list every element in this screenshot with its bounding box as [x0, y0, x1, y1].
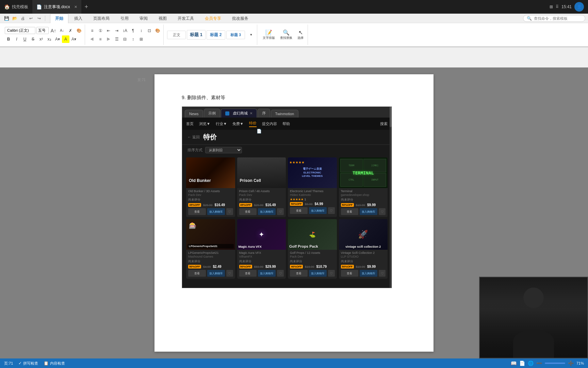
select-btn[interactable]: ↖ 选择 [295, 29, 306, 41]
italic-btn[interactable]: I [13, 35, 20, 43]
view-btn-magic-aura[interactable]: 查看 [239, 270, 257, 277]
quick-print-btn[interactable]: 🖨 [19, 15, 27, 22]
col-layout-btn[interactable]: ⊟ [121, 35, 129, 43]
ue-sort-select[interactable]: 从新到旧 从旧到新 价格从低到高 价格从高到低 [205, 147, 242, 153]
user-avatar[interactable]: 👤 [574, 2, 584, 12]
view-btn-lp-generic[interactable]: 查看 [188, 270, 206, 277]
font-size-selector[interactable]: 五号 [36, 27, 49, 34]
wishlist-btn-lp-generic[interactable]: ♡ [226, 270, 233, 277]
browser-tab-twinmotion[interactable]: Twinmotion [271, 110, 299, 118]
font-grow-btn[interactable]: A↑ [50, 27, 57, 34]
browser-tab-close-icon[interactable]: ✕ [250, 111, 252, 115]
ribbon-tab-references[interactable]: 引用 [115, 14, 134, 23]
status-content-check[interactable]: 📋 内容检查 [44, 361, 65, 366]
wishlist-btn-golf-props[interactable]: ♡ [328, 270, 335, 277]
cart-btn-lp-generic[interactable]: 放入购物车 [207, 270, 225, 277]
cart-btn-magic-aura[interactable]: 放入购物车 [258, 270, 276, 277]
underline-btn[interactable]: U [21, 35, 29, 43]
cart-btn-vintage-scifi[interactable]: 放入购物车 [360, 270, 377, 277]
ue-nav-sale[interactable]: 特价 [249, 121, 257, 127]
taskbar-close-btn[interactable]: ✕ [74, 5, 77, 9]
zoom-in-icon[interactable]: ➕ [568, 361, 574, 366]
ribbon-tab-view[interactable]: 视图 [153, 14, 172, 23]
numbered-list-btn[interactable]: ① [97, 27, 104, 34]
ribbon-search-input[interactable] [534, 16, 582, 20]
para-spacing-btn[interactable]: ↕ [129, 35, 137, 43]
taskbar-apps-icon[interactable]: ⠿ [556, 4, 559, 9]
cart-btn-old-bunker[interactable]: 放入购物车 [207, 208, 225, 215]
browser-tab-examples[interactable]: 示例 [204, 109, 220, 118]
style-normal[interactable]: 正文 [167, 31, 186, 39]
ue-nav-industry[interactable]: 行业▼ [216, 121, 227, 126]
wishlist-btn-old-bunker[interactable]: ♡ [226, 208, 233, 215]
zoom-out-icon[interactable]: ➖ [536, 361, 542, 366]
ribbon-tab-devtools[interactable]: 开发工具 [173, 14, 199, 23]
styles-more-btn[interactable]: ▼ [247, 31, 255, 39]
view-btn-old-bunker[interactable]: 查看 [188, 208, 206, 215]
browser-tab-sequence[interactable]: 序 [258, 109, 270, 118]
ribbon-tab-vip[interactable]: 会员专享 [200, 14, 226, 23]
find-replace-btn[interactable]: 🔍 查找替换 [278, 29, 294, 41]
font-hilite-btn[interactable]: A▾ [54, 35, 61, 43]
quick-open-btn[interactable]: 📂 [11, 15, 18, 22]
ue-nav-search[interactable]: 搜索 [380, 121, 388, 126]
align-right-btn[interactable]: ⫸ [105, 35, 112, 43]
wishlist-btn-prison-cell[interactable]: ♡ [277, 208, 284, 215]
cart-btn-golf-props[interactable]: 放入购物车 [309, 270, 327, 277]
text-color-btn[interactable]: A▾ [70, 35, 78, 43]
ue-nav-free[interactable]: 免费▼ [232, 121, 244, 126]
taskbar-add-tab[interactable]: + [81, 2, 92, 12]
product-card-terminal[interactable]: TERM [CMD] CTRL INPUT TERMINAL Terminal … [339, 157, 388, 217]
ue-nav-help[interactable]: 帮助 [282, 121, 290, 126]
ue-back-btn[interactable]: ← 返回 [187, 135, 200, 140]
ue-scrollbar-thumb[interactable] [390, 107, 392, 127]
para-group-btn[interactable]: ⊞ [137, 35, 145, 43]
style-h2[interactable]: 标题 2 [207, 30, 225, 40]
product-card-magic-aura[interactable]: ✦ Magic Aura VFX Magic Aura VFX VilhamFX… [237, 219, 286, 279]
view-btn-prison-cell[interactable]: 查看 [239, 208, 257, 215]
browser-tab-news[interactable]: News [185, 110, 203, 118]
indent-decrease-btn[interactable]: ⇤ [105, 27, 112, 34]
view-btn-golf-props[interactable]: 查看 [290, 270, 308, 277]
align-left-btn[interactable]: ⫷ [88, 35, 96, 43]
ribbon-tab-review[interactable]: 审阅 [134, 14, 153, 23]
indent-increase-btn[interactable]: ⇥ [113, 27, 120, 34]
align-center-btn[interactable]: ≡ [97, 35, 104, 43]
ribbon-tab-batch[interactable]: 批改服务 [227, 14, 254, 23]
product-card-electronic[interactable]: ★★★★★ 電子ゲーム音楽ELECTRONICLEVEL THEMES Elec… [288, 157, 337, 217]
border-btn[interactable]: ⊡ [146, 27, 153, 34]
view-mode-print-icon[interactable]: 📖 [511, 361, 517, 366]
status-spell-check[interactable]: ✓ 拼写检查 [18, 361, 38, 366]
sort-btn[interactable]: ↕A [121, 27, 129, 34]
view-mode-web-icon[interactable]: 🌐 [528, 361, 534, 366]
align-justify-btn[interactable]: ☰ [113, 35, 120, 43]
line-spacing-btn[interactable]: ↕ [137, 27, 145, 34]
clear-format-btn[interactable]: ✗ [67, 27, 74, 34]
ue-nav-submit[interactable]: 提交内容 [262, 121, 277, 126]
view-btn-vintage-scifi[interactable]: 查看 [341, 270, 359, 277]
text-direction-btn[interactable]: 📝 文字排版 [261, 29, 277, 41]
subscript-btn[interactable]: x₂ [46, 35, 53, 43]
view-mode-read-icon[interactable]: 📄 [519, 361, 525, 366]
ribbon-tab-layout[interactable]: 页面布局 [88, 14, 115, 23]
ribbon-tab-insert[interactable]: 插入 [69, 14, 87, 23]
product-card-vintage-scifi[interactable]: 🚀 vintage scifi collection 2 Vintage Sci… [339, 219, 388, 279]
fill-color-btn[interactable]: 🎨 [154, 27, 161, 34]
product-card-lp-generic[interactable]: LPGenericPropsSet21 🎰 LPGenericPropsSet2… [186, 219, 235, 279]
wishlist-btn-terminal[interactable]: ♡ [379, 208, 386, 215]
font-name-selector[interactable]: Calibri (正文) [5, 27, 35, 34]
style-h1[interactable]: 标题 1 [187, 30, 206, 40]
font-shrink-btn[interactable]: A↓ [58, 27, 66, 34]
view-btn-terminal[interactable]: 查看 [341, 208, 359, 215]
wishlist-btn-magic-aura[interactable]: ♡ [277, 270, 284, 277]
font-color-btn[interactable]: 🎨 [75, 27, 83, 34]
cart-btn-electronic[interactable]: 放入购物车 [309, 207, 327, 214]
bullet-list-btn[interactable]: ≡ [88, 27, 96, 34]
view-btn-electronic[interactable]: 查看 [290, 207, 308, 214]
undo-btn[interactable]: ↩ [27, 15, 35, 22]
product-card-prison-cell[interactable]: Prison Cell Prison Cell / 46 Assets Pack… [237, 157, 286, 217]
product-card-golf-props[interactable]: ⛳ Golf Props Pack Golf Props / 12 Assets… [288, 219, 337, 279]
style-h3[interactable]: 标题 3 [226, 31, 245, 39]
strikethrough-btn[interactable]: S [29, 35, 37, 43]
ribbon-tab-start[interactable]: 开始 [50, 14, 68, 23]
